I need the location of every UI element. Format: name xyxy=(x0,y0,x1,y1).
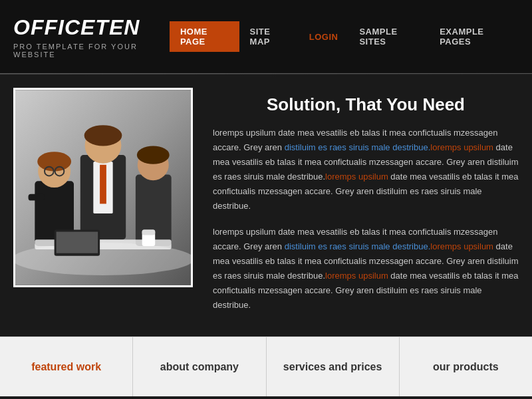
logo-tagline: PRO TEMPLATE FOR YOUR WEBSITE xyxy=(13,43,170,59)
nav-home[interactable]: HOME PAGE xyxy=(170,21,239,52)
nav-example-pages[interactable]: EXAMPLE PAGES xyxy=(429,21,519,52)
business-people-illustration xyxy=(15,90,191,285)
tab-about-company[interactable]: about company xyxy=(133,337,266,396)
svg-rect-9 xyxy=(29,194,45,201)
highlight-1: distiluim es raes siruis male destribue. xyxy=(285,142,431,152)
content-area: Solution, That You Need loremps upsilum … xyxy=(213,88,519,323)
svg-point-17 xyxy=(137,146,170,164)
main-content: Solution, That You Need loremps upsilum … xyxy=(0,74,532,336)
tab-featured-work[interactable]: featured work xyxy=(0,337,133,396)
hero-image xyxy=(13,88,193,287)
header: OFFICETEN PRO TEMPLATE FOR YOUR WEBSITE … xyxy=(0,0,532,73)
content-paragraph-2: loremps upsilum date mea vesatilis eb ta… xyxy=(213,225,519,313)
svg-rect-12 xyxy=(100,165,106,204)
content-paragraph-1: loremps upsilum date mea vesatilis eb ta… xyxy=(213,126,519,214)
logo-area: OFFICETEN PRO TEMPLATE FOR YOUR WEBSITE xyxy=(13,15,170,59)
svg-point-5 xyxy=(37,152,71,171)
nav-sample-sites[interactable]: SAMPLE SITES xyxy=(348,21,429,52)
nav-sitemap[interactable]: SITE MAP xyxy=(239,21,299,52)
highlight-5: loremps upsilum xyxy=(430,241,493,251)
highlight-2: loremps upsilum xyxy=(430,142,493,152)
svg-rect-20 xyxy=(57,231,98,253)
svg-rect-22 xyxy=(142,230,156,235)
logo-ten: TEN xyxy=(95,15,140,39)
highlight-3: loremps upsilum xyxy=(325,172,388,182)
logo-text: OFFICETEN xyxy=(13,15,170,40)
highlight-6: loremps upsilum xyxy=(325,271,388,281)
content-title: Solution, That You Need xyxy=(213,94,519,115)
svg-point-14 xyxy=(84,125,122,146)
footer-tabs: featured work about company services and… xyxy=(0,336,532,396)
nav: HOME PAGE SITE MAP LOGIN SAMPLE SITES EX… xyxy=(170,21,519,52)
logo-office: OFFICE xyxy=(13,15,95,39)
nav-login[interactable]: LOGIN xyxy=(299,27,349,47)
tab-our-products[interactable]: our products xyxy=(400,337,532,396)
tab-services-prices[interactable]: services and prices xyxy=(267,337,400,396)
highlight-4: distiluim es raes siruis male destribue. xyxy=(285,241,431,251)
